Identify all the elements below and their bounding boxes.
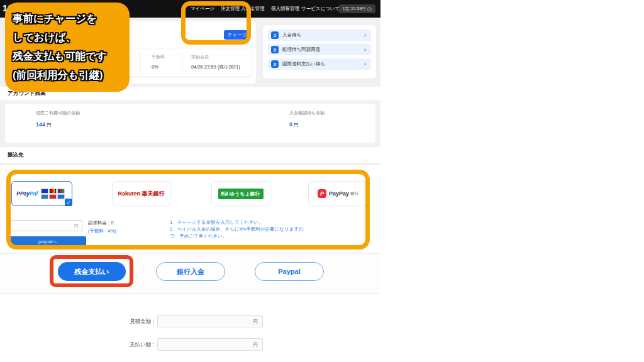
available-amount-label: 現在ご利用可能の金額: [36, 110, 80, 116]
status-row-intl-shipping[interactable]: 0 国際送料支払い待ち ›: [268, 58, 371, 70]
estimate-amount-input[interactable]: [160, 317, 245, 326]
membership-stat-label: 定額会員: [191, 54, 209, 60]
transfer-section-title: 振込先: [8, 151, 24, 159]
yen-unit-label: 円: [253, 342, 258, 348]
count-badge: 0: [271, 60, 279, 68]
status-row-deposit-waiting[interactable]: 2 入金待ち ›: [268, 30, 371, 41]
available-amount-value: 144 円: [36, 121, 52, 128]
exchange-rate-value: 1元=21.59円: [343, 6, 366, 12]
transfer-highlight-rectangle: [6, 170, 370, 250]
status-label: 国際送料支払い待ち: [282, 61, 364, 67]
pending-status-card: 2 入金待ち › 0 処理待ち問題商品 › 0 国際送料支払い待ち ›: [263, 25, 376, 79]
status-row-problem-items[interactable]: 0 処理待ち問題商品 ›: [268, 44, 371, 55]
transfer-section-header: 振込先: [0, 147, 380, 164]
stats-divider: [182, 52, 182, 74]
membership-stat-value: 04/26 23:59 (残り26日): [191, 64, 240, 70]
fee-stat-label: 手数料: [152, 54, 165, 60]
charge-highlight-rectangle: [181, 1, 251, 45]
pending-amount-label: 入金確認待ち金額: [289, 110, 325, 116]
page: 16 マイページ 注文管理 入出金管理 個人情報管理 サービスについて 1元=2…: [0, 0, 644, 362]
nav-about-service[interactable]: サービスについて: [301, 6, 340, 12]
balance-panel: 現在ご利用可能の金額 144 円 入金確認待ち金額 0 円: [5, 104, 375, 143]
estimate-amount-field-wrap: 円: [157, 315, 263, 327]
count-badge: 2: [271, 31, 279, 39]
pending-amount-value: 0 円: [289, 121, 299, 128]
annotation-callout: 事前にチャージを しておけば、 残金支払も可能です (前回利用分も引継): [5, 3, 130, 92]
callout-line: 事前にチャージを: [13, 9, 122, 28]
estimate-amount-label: 見積金額 :: [85, 318, 154, 326]
bank-deposit-button[interactable]: 銀行入金: [156, 262, 225, 281]
status-label: 入金待ち: [282, 32, 364, 38]
balance-pay-highlight-rectangle: [50, 255, 133, 287]
info-icon: i: [367, 7, 372, 11]
payment-amount-field-wrap: 円: [157, 338, 263, 351]
stats-divider: [140, 52, 141, 74]
count-badge: 0: [271, 46, 279, 53]
exchange-rate-badge[interactable]: 1元=21.59円 i: [339, 4, 375, 13]
yen-unit-label: 円: [253, 319, 258, 325]
status-label: 処理待ち問題商品: [282, 47, 364, 53]
callout-line: 残金支払も可能です: [13, 47, 122, 65]
payment-amount-label: 支払い額 :: [85, 341, 154, 349]
fee-stat-value: 0%: [152, 64, 158, 70]
chevron-right-icon: ›: [364, 61, 366, 67]
payment-amount-input[interactable]: [160, 340, 245, 349]
chevron-right-icon: ›: [364, 32, 366, 38]
chevron-right-icon: ›: [364, 47, 366, 53]
callout-line: (前回利用分も引継): [13, 65, 122, 84]
nav-personal-info[interactable]: 個人情報管理: [271, 6, 299, 12]
callout-line: しておけば、: [13, 28, 122, 47]
paypal-button[interactable]: Paypal: [255, 262, 324, 281]
